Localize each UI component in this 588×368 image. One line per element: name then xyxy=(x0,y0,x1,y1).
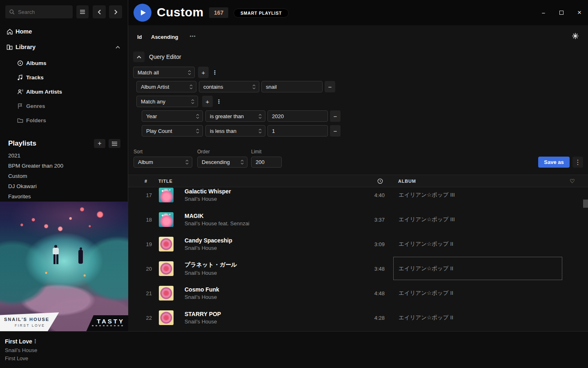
now-playing-menu-button[interactable]: ⋮ xyxy=(33,338,38,344)
select-updown-icon xyxy=(191,99,194,104)
rule1-field-select[interactable]: Album Artist xyxy=(136,81,196,92)
page-title: Custom xyxy=(157,5,204,19)
track-title: MAGIK xyxy=(185,213,249,219)
sidebar-item-tracks[interactable]: Tracks xyxy=(0,73,128,82)
rule3-operator-select[interactable]: is less than xyxy=(205,125,265,137)
scrollbar-thumb[interactable] xyxy=(583,200,588,208)
track-count-badge: 167 xyxy=(209,7,228,18)
chevron-left-icon xyxy=(97,9,102,15)
minimize-icon: − xyxy=(542,9,546,16)
remove-rule2-button[interactable]: − xyxy=(330,110,341,122)
track-album-cell-focused[interactable]: エイリアン☆ポップ II xyxy=(393,257,562,280)
playlist-list-button[interactable] xyxy=(109,139,120,148)
forward-button[interactable] xyxy=(109,5,122,18)
track-title: Galactic Whisper xyxy=(185,188,231,195)
group-menu-button-2[interactable]: ⋮ xyxy=(216,98,222,105)
track-row[interactable]: 22 STARRY POPSnail’s House 4:28 エイリアン☆ポッ… xyxy=(128,305,588,330)
sidebar-item-album-artists[interactable]: Album Artists xyxy=(0,87,128,96)
playlist-item[interactable]: DJ Okawari xyxy=(8,183,37,191)
player-bar: First Love ⋮ Snail’s House First Love 0:… xyxy=(0,331,588,368)
rule-field-value: Year xyxy=(146,113,157,119)
track-cover-thumbnail xyxy=(159,188,174,202)
sidebar-item-home[interactable]: Home xyxy=(0,26,128,37)
track-artist: Snail’s House xyxy=(185,270,237,276)
track-album-cell[interactable]: エイリアン☆ポップ III xyxy=(393,208,562,231)
track-album-cell[interactable]: エイリアン☆ポップ III xyxy=(393,187,562,206)
chevron-right-icon xyxy=(114,9,118,15)
search-box[interactable] xyxy=(5,5,73,18)
playlist-item[interactable]: Custom xyxy=(8,173,27,180)
track-album-cell[interactable]: エイリアン☆ポップ II xyxy=(393,306,562,329)
rule3-value-input[interactable] xyxy=(267,125,328,137)
sort-direction-button[interactable]: Ascending xyxy=(151,34,178,40)
library-label: Library xyxy=(16,44,36,50)
track-album-cell[interactable]: エイリアン☆ポップ II xyxy=(393,281,562,305)
window-maximize-button[interactable] xyxy=(557,9,566,16)
list-icon xyxy=(112,141,117,146)
now-playing-artist[interactable]: Snail’s House xyxy=(5,347,37,353)
column-album[interactable]: ALBUM xyxy=(398,179,416,184)
track-row[interactable]: 17 Galactic WhisperSnail’s House 4:40 エイ… xyxy=(128,187,588,207)
favorite-column-heart-icon[interactable]: ♡ xyxy=(570,178,575,184)
group-menu-button-1[interactable]: ⋮ xyxy=(212,69,218,76)
playlists-title: Playlists xyxy=(8,139,36,148)
column-index[interactable]: # xyxy=(145,179,147,184)
save-menu-button[interactable]: ⋮ xyxy=(572,157,583,168)
remove-rule3-button[interactable]: − xyxy=(330,125,341,137)
remove-rule1-button[interactable]: − xyxy=(325,81,335,92)
rule1-value-input[interactable] xyxy=(261,81,323,92)
sidebar-item-albums[interactable]: Albums xyxy=(0,58,128,67)
add-playlist-button[interactable]: + xyxy=(94,139,105,148)
cover-figure xyxy=(53,248,59,255)
rule1-operator-select[interactable]: contains xyxy=(199,81,259,92)
track-title: STARRY POP xyxy=(185,311,221,317)
rule2-field-select[interactable]: Year xyxy=(142,110,203,122)
plus-icon: + xyxy=(98,140,101,147)
sort-value: Album xyxy=(138,159,153,165)
rule3-field-select[interactable]: Play Count xyxy=(142,125,203,137)
track-row[interactable]: 19 Candy SpaceshipSnail’s House 3:09 エイリ… xyxy=(128,232,588,256)
rule2-value-input[interactable] xyxy=(267,110,328,122)
query-editor-collapse-button[interactable] xyxy=(133,52,145,62)
collapse-chevron-icon[interactable] xyxy=(116,46,120,49)
back-button[interactable] xyxy=(93,5,106,18)
playlist-item[interactable]: Favorites xyxy=(8,193,31,201)
column-title[interactable]: TITLE xyxy=(158,179,173,184)
more-options-button[interactable]: ⋯ xyxy=(189,33,196,40)
track-row[interactable]: 20 プラネット・ガールSnail’s House 3:48 エイリアン☆ポップ… xyxy=(128,256,588,281)
rule2-operator-select[interactable]: is greater than xyxy=(205,110,265,122)
now-playing-album[interactable]: First Love xyxy=(5,355,28,361)
add-rule-button-1[interactable]: + xyxy=(198,67,209,78)
albums-icon xyxy=(17,60,23,66)
playlist-item[interactable]: BPM Greater than 200 xyxy=(8,163,63,170)
settings-button[interactable] xyxy=(572,33,579,39)
sidebar-item-library[interactable]: Library xyxy=(0,42,128,52)
now-playing-title[interactable]: First Love xyxy=(5,338,32,345)
window-close-button[interactable]: × xyxy=(575,9,584,16)
track-album-cell[interactable]: エイリアン☆ポップ II xyxy=(393,232,562,256)
kebab-icon: ⋮ xyxy=(575,158,581,166)
order-select[interactable]: Descending xyxy=(197,157,247,168)
save-as-button[interactable]: Save as xyxy=(538,157,570,168)
cover-figure xyxy=(78,250,83,264)
track-row[interactable]: 21 Cosmo FunkSnail’s House 4:48 エイリアン☆ポッ… xyxy=(128,281,588,305)
track-title: Candy Spaceship xyxy=(185,237,232,244)
match-type-select-1[interactable]: Match all xyxy=(133,67,195,78)
window-minimize-button[interactable]: − xyxy=(539,9,548,16)
minus-icon: − xyxy=(334,128,337,135)
sidebar-item-folders[interactable]: Folders xyxy=(0,116,128,125)
add-rule-button-2[interactable]: + xyxy=(202,96,213,107)
limit-input[interactable] xyxy=(251,157,282,168)
duration-clock-icon[interactable] xyxy=(377,178,383,185)
sort-field-button[interactable]: Id xyxy=(137,34,142,40)
sort-select[interactable]: Album xyxy=(134,157,192,168)
match-type-select-2[interactable]: Match any xyxy=(136,96,198,107)
menu-button[interactable] xyxy=(76,5,89,18)
main-content: Custom 167 SMART PLAYLIST − × Id Ascendi… xyxy=(128,0,588,331)
sidebar-item-genres[interactable]: Genres xyxy=(0,101,128,110)
track-row[interactable]: 18 MAGIKSnail’s House feat. Sennzai 3:37… xyxy=(128,207,588,232)
limit-label: Limit xyxy=(251,149,261,155)
playlist-item[interactable]: 2021 xyxy=(8,153,20,160)
play-playlist-button[interactable] xyxy=(134,4,151,22)
search-input[interactable] xyxy=(18,9,63,15)
